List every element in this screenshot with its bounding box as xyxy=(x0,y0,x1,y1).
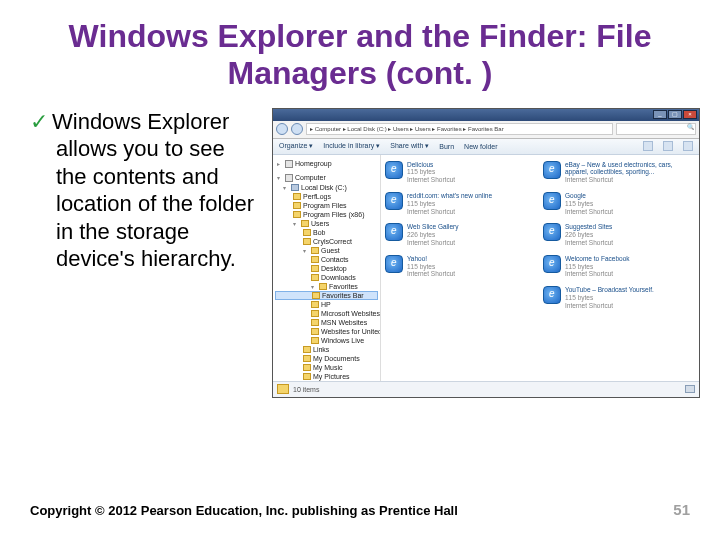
folder-icon xyxy=(311,274,319,281)
ie-icon xyxy=(385,192,403,210)
file-list[interactable]: Delicious115 bytesInternet Shortcutreddi… xyxy=(381,155,699,383)
ie-icon xyxy=(385,255,403,273)
toolbar-newfolder[interactable]: New folder xyxy=(464,143,497,150)
ie-icon xyxy=(385,161,403,179)
list-item[interactable]: reddit.com: what's new online115 bytesIn… xyxy=(385,192,537,215)
bullet-text: Windows Explorer allows you to see the c… xyxy=(52,109,254,272)
computer-icon xyxy=(285,174,293,182)
folder-icon xyxy=(312,292,320,299)
folder-icon xyxy=(311,319,319,326)
list-item[interactable]: Suggested Sites226 bytesInternet Shortcu… xyxy=(543,223,695,246)
breadcrumb[interactable]: ▸ Computer ▸ Local Disk (C:) ▸ Users ▸ U… xyxy=(306,123,613,135)
close-button[interactable]: × xyxy=(683,110,697,119)
minimize-button[interactable]: _ xyxy=(653,110,667,119)
folder-icon xyxy=(311,247,319,254)
copyright-text: Copyright © 2012 Pearson Education, Inc.… xyxy=(30,503,458,518)
list-item[interactable]: YouTube – Broadcast Yourself.115 bytesIn… xyxy=(543,286,695,309)
folder-icon xyxy=(311,301,319,308)
back-button[interactable] xyxy=(276,123,288,135)
status-text: 10 items xyxy=(293,386,319,393)
windows-explorer-screenshot: _ ▢ × ▸ Computer ▸ Local Disk (C:) ▸ Use… xyxy=(272,108,700,398)
ie-icon xyxy=(543,192,561,210)
forward-button[interactable] xyxy=(291,123,303,135)
folder-icon xyxy=(293,202,301,209)
disk-icon xyxy=(291,184,299,191)
ie-icon xyxy=(543,161,561,179)
view-icon[interactable] xyxy=(643,141,653,151)
toolbar-include[interactable]: Include in library ▾ xyxy=(323,142,380,150)
list-item[interactable]: Welcome to Facebook115 bytesInternet Sho… xyxy=(543,255,695,278)
ie-icon xyxy=(543,255,561,273)
help-icon[interactable] xyxy=(683,141,693,151)
list-item[interactable]: Web Slice Gallery226 bytesInternet Short… xyxy=(385,223,537,246)
folder-icon xyxy=(293,193,301,200)
folder-icon xyxy=(311,337,319,344)
status-bar: 10 items xyxy=(273,381,699,397)
folder-icon xyxy=(303,373,311,380)
file-list-col1: Delicious115 bytesInternet Shortcutreddi… xyxy=(385,161,537,377)
folder-icon xyxy=(303,355,311,362)
maximize-button[interactable]: ▢ xyxy=(668,110,682,119)
folder-icon xyxy=(311,265,319,272)
check-icon: ✓ xyxy=(30,109,48,134)
address-bar: ▸ Computer ▸ Local Disk (C:) ▸ Users ▸ U… xyxy=(273,121,699,139)
list-item[interactable]: Yahoo!115 bytesInternet Shortcut xyxy=(385,255,537,278)
folder-icon xyxy=(303,364,311,371)
folder-icon xyxy=(293,211,301,218)
folder-icon xyxy=(301,220,309,227)
folder-icon xyxy=(319,283,327,290)
ie-icon xyxy=(543,223,561,241)
folder-icon xyxy=(303,346,311,353)
ie-icon xyxy=(385,223,403,241)
folder-tree[interactable]: ▸Homegroup ▾Computer ▾Local Disk (C:) Pe… xyxy=(273,155,381,383)
homegroup-icon xyxy=(285,160,293,168)
ie-icon xyxy=(543,286,561,304)
folder-icon xyxy=(311,328,319,335)
slide-title: Windows Explorer and the Finder: File Ma… xyxy=(0,0,720,98)
folder-icon xyxy=(303,238,311,245)
search-input[interactable] xyxy=(616,123,696,135)
computer-icon xyxy=(685,385,695,393)
toolbar-share[interactable]: Share with ▾ xyxy=(390,142,429,150)
folder-icon xyxy=(311,256,319,263)
list-item[interactable]: eBay – New & used electronics, cars, app… xyxy=(543,161,695,184)
window-titlebar: _ ▢ × xyxy=(273,109,699,121)
toolbar-organize[interactable]: Organize ▾ xyxy=(279,142,313,150)
folder-icon xyxy=(303,229,311,236)
folder-icon xyxy=(311,310,319,317)
preview-icon[interactable] xyxy=(663,141,673,151)
list-item[interactable]: Google115 bytesInternet Shortcut xyxy=(543,192,695,215)
toolbar-burn[interactable]: Burn xyxy=(439,143,454,150)
list-item[interactable]: Delicious115 bytesInternet Shortcut xyxy=(385,161,537,184)
tree-item-selected: Favorites Bar xyxy=(275,291,378,300)
page-number: 51 xyxy=(673,501,690,518)
explorer-toolbar: Organize ▾ Include in library ▾ Share wi… xyxy=(273,139,699,155)
file-list-col2: eBay – New & used electronics, cars, app… xyxy=(543,161,695,377)
folder-icon xyxy=(277,384,289,394)
bullet-point: ✓Windows Explorer allows you to see the … xyxy=(30,108,260,398)
